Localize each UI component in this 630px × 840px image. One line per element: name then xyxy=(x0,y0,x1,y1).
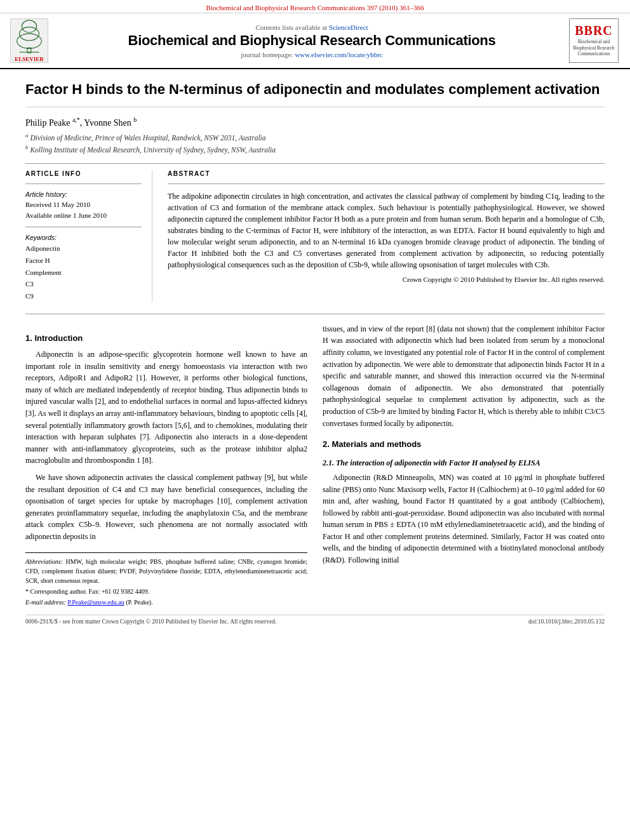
bottom-bar: 0006-291X/$ - see front matter Crown Cop… xyxy=(25,615,605,625)
doi: doi:10.1016/j.bbrc.2010.05.132 xyxy=(528,618,605,625)
section1-heading: 1. Introduction xyxy=(25,332,307,345)
history-label: Article history: xyxy=(25,190,142,198)
main-content: 1. Introduction Adiponectin is an adipos… xyxy=(25,323,605,609)
bbrc-letters: BBRC xyxy=(575,24,613,37)
footnotes: Abbreviations: HMW, high molecular weigh… xyxy=(25,552,307,607)
journal-citation: Biochemical and Biophysical Research Com… xyxy=(206,4,424,11)
info-rule xyxy=(25,183,142,184)
elsevier-tree-image: ELSEVIER xyxy=(10,18,48,63)
info-rule-2 xyxy=(25,227,142,227)
methods-para1: Adiponectin (R&D Minneapolis, MN) was co… xyxy=(323,472,605,566)
article-info-heading: ARTICLE INFO xyxy=(25,170,142,177)
abstract-heading: ABSTRACT xyxy=(168,170,605,177)
available-online: Available online 1 June 2010 xyxy=(25,210,142,221)
journal-citation-bar: Biochemical and Biophysical Research Com… xyxy=(0,0,630,13)
subsection2-1-heading: 2.1. The interaction of adiponectin with… xyxy=(323,457,605,469)
bbrc-logo: BBRC Biochemical and Biophysical Researc… xyxy=(569,18,620,63)
received-date: Received 11 May 2010 xyxy=(25,199,142,210)
intro-para2: We have shown adiponectin activates the … xyxy=(25,472,307,543)
section-divider-2 xyxy=(25,314,605,314)
left-column: 1. Introduction Adiponectin is an adipos… xyxy=(25,323,307,609)
copyright-notice: 0006-291X/$ - see front matter Crown Cop… xyxy=(25,618,276,625)
authors: Philip Peake a,*, Yvonne Shen b xyxy=(25,116,605,128)
keywords-label: Keywords: xyxy=(25,234,142,241)
article-body: Factor H binds to the N-terminus of adip… xyxy=(0,69,630,637)
journal-title: Biochemical and Biophysical Research Com… xyxy=(61,32,563,49)
journal-header: ELSEVIER Contents lists available at Sci… xyxy=(0,13,630,69)
svg-point-2 xyxy=(17,34,42,48)
section2-heading: 2. Materials and methods xyxy=(323,438,605,451)
sciencedirect-link[interactable]: ScienceDirect xyxy=(329,23,368,31)
abstract-rule xyxy=(168,183,605,184)
copyright-line: Crown Copyright © 2010 Published by Else… xyxy=(168,276,605,283)
svg-point-0 xyxy=(22,20,36,32)
affiliations: a Division of Medicine, Prince of Wales … xyxy=(25,131,605,156)
abstract-section: ABSTRACT The adipokine adiponectin circu… xyxy=(168,170,605,302)
journal-homepage: journal homepage: www.elsevier.com/locat… xyxy=(61,51,563,58)
intro-para1: Adiponectin is an adipose-specific glyco… xyxy=(25,349,307,467)
info-abstract-section: ARTICLE INFO Article history: Received 1… xyxy=(25,170,605,302)
keywords-list: AdiponectinFactor HComplementC3C9 xyxy=(25,243,142,302)
homepage-link[interactable]: www.elsevier.com/locate/ybbrc xyxy=(295,51,383,58)
bbrc-subtitle: Biochemical and Biophysical Research Com… xyxy=(572,39,616,57)
elsevier-tree-svg xyxy=(13,19,46,55)
elsevier-logo: ELSEVIER xyxy=(10,18,55,63)
journal-name-area: Contents lists available at ScienceDirec… xyxy=(61,23,563,58)
section-divider-1 xyxy=(25,163,605,164)
contents-available: Contents lists available at ScienceDirec… xyxy=(61,23,563,31)
footnote-email: E-mail address: P.Peake@unsw.edu.au (P. … xyxy=(25,597,307,607)
footnote-corresponding: * Corresponding author. Fax: +61 02 9382… xyxy=(25,587,307,596)
elsevier-wordmark: ELSEVIER xyxy=(15,56,44,62)
article-info: ARTICLE INFO Article history: Received 1… xyxy=(25,170,152,302)
email-link[interactable]: P.Peake@unsw.edu.au xyxy=(67,599,124,606)
bbrc-box: BBRC Biochemical and Biophysical Researc… xyxy=(569,18,619,63)
intro-para3: tissues, and in view of the report [8] (… xyxy=(323,323,605,429)
footnote-abbreviations: Abbreviations: HMW, high molecular weigh… xyxy=(25,557,307,585)
right-column: tissues, and in view of the report [8] (… xyxy=(323,323,605,609)
article-title: Factor H binds to the N-terminus of adip… xyxy=(25,81,605,107)
abstract-text: The adipokine adiponectin circulates in … xyxy=(168,190,605,270)
